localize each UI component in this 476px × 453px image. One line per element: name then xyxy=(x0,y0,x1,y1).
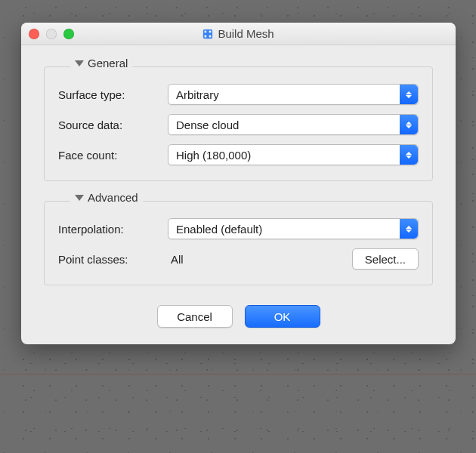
title-center: Build Mesh xyxy=(21,27,456,40)
dialog-content: General Surface type: Arbitrary Source d… xyxy=(21,45,456,344)
row-face-count: Face count: High (180,000) xyxy=(58,140,419,170)
chevron-up-icon xyxy=(406,122,412,125)
group-advanced-header[interactable]: Advanced xyxy=(70,191,143,204)
select-button-label: Select... xyxy=(365,253,406,266)
interpolation-value: Enabled (default) xyxy=(176,223,262,236)
point-classes-label: Point classes: xyxy=(58,253,168,266)
interpolation-select[interactable]: Enabled (default) xyxy=(168,218,419,239)
chevron-down-icon xyxy=(406,95,412,98)
group-general-header[interactable]: General xyxy=(70,57,132,69)
titlebar[interactable]: Build Mesh xyxy=(21,23,456,45)
group-general: General Surface type: Arbitrary Source d… xyxy=(44,66,433,181)
row-interpolation: Interpolation: Enabled (default) xyxy=(58,214,419,244)
row-source-data: Source data: Dense cloud xyxy=(58,109,419,140)
svg-rect-2 xyxy=(205,35,207,37)
face-count-label: Face count: xyxy=(58,149,168,162)
select-stepper-icon xyxy=(400,219,418,239)
chevron-down-icon xyxy=(406,156,412,159)
source-data-select[interactable]: Dense cloud xyxy=(168,114,419,135)
ok-button[interactable]: OK xyxy=(245,305,320,328)
disclosure-triangle-icon[interactable] xyxy=(75,60,84,66)
source-data-value: Dense cloud xyxy=(176,119,239,131)
group-advanced-title: Advanced xyxy=(88,191,138,204)
face-count-value: High (180,000) xyxy=(176,149,251,162)
chevron-up-icon xyxy=(406,152,412,155)
surface-type-label: Surface type: xyxy=(58,88,168,101)
surface-type-select[interactable]: Arbitrary xyxy=(168,84,419,105)
source-data-label: Source data: xyxy=(58,119,168,131)
svg-rect-4 xyxy=(209,35,212,37)
ok-button-label: OK xyxy=(274,310,291,323)
bg-line xyxy=(0,374,476,374)
svg-rect-1 xyxy=(205,30,207,32)
cancel-button-label: Cancel xyxy=(177,310,212,323)
select-point-classes-button[interactable]: Select... xyxy=(352,248,419,270)
surface-type-value: Arbitrary xyxy=(176,88,219,101)
chevron-up-icon xyxy=(406,226,412,229)
close-icon[interactable] xyxy=(29,29,39,39)
select-stepper-icon xyxy=(400,115,418,134)
chevron-down-icon xyxy=(406,230,412,233)
point-classes-value: All xyxy=(171,253,184,266)
disclosure-triangle-icon[interactable] xyxy=(75,195,84,201)
minimize-icon xyxy=(46,29,57,39)
chevron-up-icon xyxy=(406,91,412,94)
svg-rect-3 xyxy=(209,30,212,32)
row-point-classes: Point classes: All Select... xyxy=(58,244,419,274)
chevron-down-icon xyxy=(406,125,412,128)
zoom-icon[interactable] xyxy=(63,29,74,39)
traffic-lights xyxy=(29,29,74,39)
row-surface-type: Surface type: Arbitrary xyxy=(58,79,419,109)
build-mesh-dialog: Build Mesh General Surface type: Arbitra… xyxy=(21,23,456,344)
dialog-footer: Cancel OK xyxy=(44,305,433,328)
interpolation-label: Interpolation: xyxy=(58,223,168,236)
svg-rect-0 xyxy=(203,29,212,38)
window-title: Build Mesh xyxy=(218,27,274,40)
face-count-select[interactable]: High (180,000) xyxy=(168,144,419,165)
cancel-button[interactable]: Cancel xyxy=(157,305,233,328)
select-stepper-icon xyxy=(400,85,418,104)
film-icon xyxy=(202,29,213,39)
group-general-title: General xyxy=(88,57,128,69)
select-stepper-icon xyxy=(400,145,418,165)
group-advanced: Advanced Interpolation: Enabled (default… xyxy=(44,201,433,285)
